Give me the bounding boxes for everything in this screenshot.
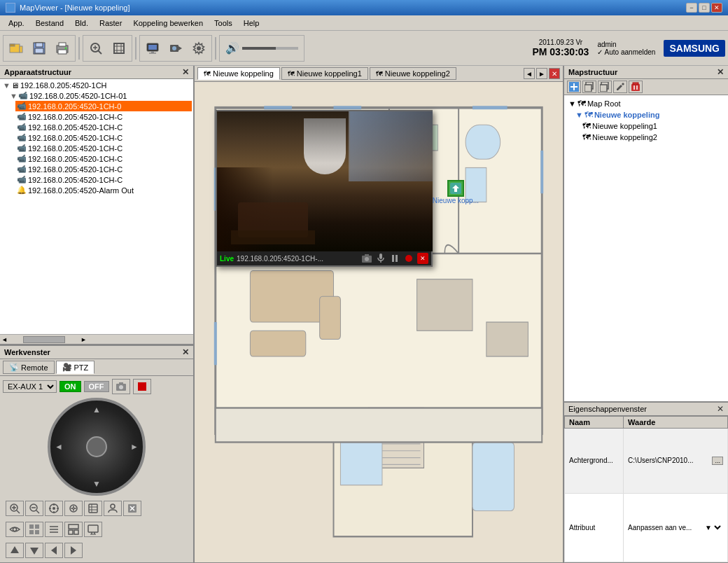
layout-btn[interactable]	[64, 522, 83, 537]
struct-icon-nk2: 🗺	[582, 132, 591, 142]
tree-item-ch5[interactable]: 📹 192.168.0.205:4520-1CH-C	[15, 153, 192, 164]
tool-save-btn[interactable]	[28, 37, 50, 60]
tree-item-ch1[interactable]: 📹 192.168.0.205:4520-1CH-C	[15, 111, 192, 122]
struct-btn-edit[interactable]	[613, 81, 627, 93]
tree-item-ch7[interactable]: 📹 192.168.0.205:4520-1CH-C	[15, 174, 192, 185]
struct-map-root[interactable]: ▼ 🗺 Map Root	[567, 98, 725, 109]
tree-item-root[interactable]: ▼ 🖥 192.168.0.205:4520-1CH	[1, 81, 192, 90]
tree-item-alarm[interactable]: 🔔 192.168.0.205:4520-Alarm Out	[15, 185, 192, 195]
map-struct-close[interactable]: ✕	[717, 67, 724, 77]
menu-raster[interactable]: Raster	[94, 18, 127, 29]
tool-fit-btn[interactable]	[108, 37, 130, 60]
grid-btn[interactable]	[25, 522, 43, 537]
cam-snapshot-btn[interactable]	[361, 253, 372, 264]
cam-close-btn[interactable]: ✕	[417, 253, 428, 264]
minimize-button[interactable]: −	[686, 3, 697, 13]
struct-expand-nk[interactable]: ▼	[575, 111, 583, 119]
menu-help[interactable]: Help	[238, 18, 265, 29]
tab-next-btn[interactable]: ►	[536, 68, 547, 79]
device-tree-scrollbar[interactable]: ◄ ►	[0, 334, 193, 344]
struct-nieuwe-koppeling[interactable]: ▼ 🗺 Nieuwe koppeling	[574, 109, 725, 120]
menu-app[interactable]: App.	[3, 18, 30, 29]
tool-open-btn[interactable]	[5, 37, 27, 60]
props-panel: Eigenschappenvenster ✕ Naam Waarde Achte…	[564, 401, 728, 562]
tab-ptz[interactable]: 🎥 PTZ	[56, 361, 95, 374]
tool-camera-btn[interactable]	[164, 37, 187, 60]
expand-icon-ch01[interactable]: ▼	[10, 92, 17, 100]
down-btn[interactable]	[25, 543, 43, 558]
device-panel-close[interactable]: ✕	[182, 67, 189, 77]
cam-record-btn[interactable]	[403, 253, 414, 264]
svg-marker-69	[30, 548, 38, 555]
menu-bestand[interactable]: Bestand	[30, 18, 69, 29]
close-window-button[interactable]: ✕	[711, 3, 722, 13]
menu-bld[interactable]: Bld.	[69, 18, 94, 29]
svg-line-11	[98, 50, 102, 54]
volume-slider[interactable]	[242, 47, 298, 50]
user-btn[interactable]	[104, 501, 122, 516]
struct-nk2[interactable]: 🗺 Nieuwe koppeling2	[581, 132, 725, 143]
snapshot-btn[interactable]	[112, 379, 130, 394]
props-browse-btn[interactable]: ...	[712, 457, 723, 465]
stop-btn[interactable]	[133, 379, 151, 394]
ex-aux-select[interactable]: EX-AUX 1	[3, 380, 57, 393]
up-btn[interactable]	[6, 543, 24, 558]
map-camera-pin[interactable]: Nieuwe kopp...	[433, 180, 479, 204]
joystick-center[interactable]	[86, 436, 107, 457]
tree-item-ch4[interactable]: 📹 192.168.0.205:4520-1CH-C	[15, 143, 192, 153]
monitor-icon-btn[interactable]	[84, 522, 102, 537]
tab-prev-btn[interactable]: ◄	[524, 68, 535, 79]
maximize-button[interactable]: □	[699, 3, 710, 13]
zoom-out-btn[interactable]	[25, 501, 43, 516]
tab-nieuwe-koppeling1[interactable]: 🗺 Nieuwe koppeling1	[281, 67, 368, 80]
svg-point-39	[52, 507, 55, 510]
scroll-thumb-device[interactable]	[23, 336, 65, 343]
struct-btn-delete[interactable]	[629, 81, 643, 93]
tool-monitor-btn[interactable]	[141, 37, 164, 60]
btn-on[interactable]: ON	[59, 381, 81, 392]
tree-item-ch6[interactable]: 📹 192.168.0.205:4520-1CH-C	[15, 164, 192, 174]
svg-rect-30	[138, 382, 146, 391]
cam-mic-btn[interactable]	[375, 253, 386, 264]
struct-btn-copy2[interactable]	[598, 81, 612, 93]
tree-item-ch0[interactable]: 📹 192.168.0.205:4520-1CH-0	[15, 101, 192, 111]
props-dropdown-2[interactable]: ▼	[702, 523, 723, 532]
struct-btn-new[interactable]	[567, 81, 581, 93]
ptz-joystick[interactable]: ▲ ▼ ◄ ►	[48, 398, 146, 496]
iris-btn[interactable]	[64, 501, 83, 516]
tab-remote[interactable]: 📡 Remote	[3, 361, 55, 374]
scroll-left[interactable]: ◄	[0, 336, 9, 343]
struct-expand-root[interactable]: ▼	[568, 99, 576, 108]
list-btn[interactable]	[45, 522, 63, 537]
tool-print-btn[interactable]	[51, 37, 74, 60]
preset-btn[interactable]	[84, 501, 102, 516]
prev-btn[interactable]	[45, 543, 63, 558]
scroll-right[interactable]: ►	[79, 336, 88, 343]
svg-rect-122	[584, 85, 592, 92]
zoom-in-btn[interactable]	[6, 501, 24, 516]
tree-item-ch3[interactable]: 📹 192.168.0.205:4520-1CH-C	[15, 132, 192, 143]
tab-nieuwe-koppeling[interactable]: 🗺 Nieuwe koppeling	[197, 67, 280, 80]
werk-header: Werkvenster ✕	[0, 346, 193, 359]
props-col-waarde: Waarde	[624, 417, 728, 429]
cam-pause-btn[interactable]	[389, 253, 400, 264]
tab-nieuwe-koppeling2[interactable]: 🗺 Nieuwe koppeling2	[370, 67, 456, 80]
struct-nk1[interactable]: 🗺 Nieuwe koppeling1	[581, 120, 725, 132]
tool-zoom-btn[interactable]	[85, 37, 107, 60]
tree-item-ch2[interactable]: 📹 192.168.0.205:4520-1CH-C	[15, 122, 192, 132]
focus-btn[interactable]	[45, 501, 63, 516]
tab-close-btn[interactable]: ✕	[549, 68, 560, 79]
struct-btn-copy1[interactable]	[582, 81, 596, 93]
btn-off[interactable]: OFF	[84, 381, 109, 392]
menu-tools[interactable]: Tools	[209, 18, 238, 29]
tree-item-ch01[interactable]: ▼ 📹 192.168.0.205:4520-1CH-01	[8, 90, 192, 101]
expand-icon-root[interactable]: ▼	[3, 81, 10, 90]
tool-settings-btn[interactable]	[188, 37, 210, 60]
next-btn[interactable]	[64, 543, 83, 558]
props-close[interactable]: ✕	[717, 404, 724, 414]
extra-btn[interactable]	[123, 501, 141, 516]
menu-koppeling[interactable]: Koppeling bewerken	[127, 18, 209, 29]
camera-video	[217, 111, 433, 251]
eye-btn[interactable]	[6, 522, 24, 537]
werk-close[interactable]: ✕	[182, 347, 189, 357]
